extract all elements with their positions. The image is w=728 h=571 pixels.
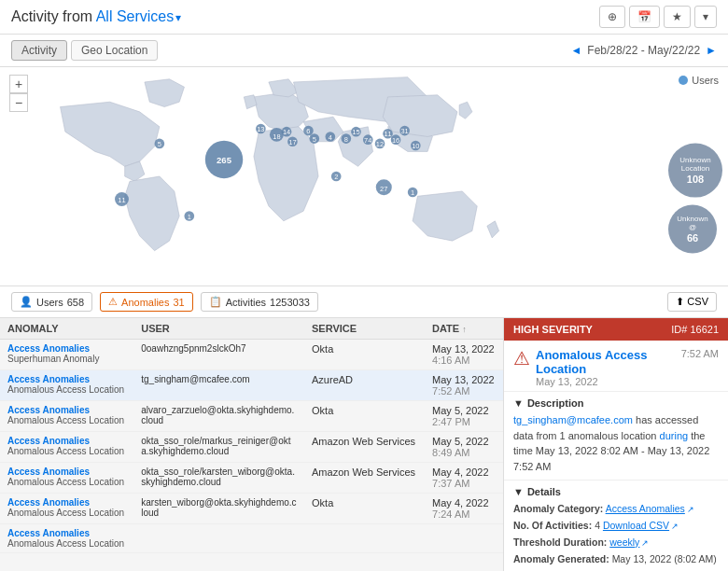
activities-label: Activities: [226, 297, 266, 308]
filter-button[interactable]: ⊕: [599, 6, 625, 28]
details-section-title: ▼ Details: [513, 486, 719, 497]
unknown-location-1: UnknownLocation 108: [668, 144, 722, 198]
col-user: USER: [133, 318, 304, 340]
calendar-button[interactable]: 📅: [629, 6, 660, 28]
date-next[interactable]: ►: [706, 44, 717, 57]
detail-date: May 13, 2022: [536, 376, 676, 387]
table-row[interactable]: Access Anomalies Anomalous Access Locati…: [0, 370, 503, 401]
date-cell: May 5, 20222:47 PM: [425, 401, 503, 432]
anomaly-sub: Anomalous Access Location: [7, 477, 126, 487]
collapse-arrow-2[interactable]: ▼: [513, 486, 524, 497]
anomaly-sub: Anomalous Access Location: [7, 415, 126, 425]
detail-row-item: No. Of Activities: 4 Download CSV↗: [513, 518, 719, 535]
col-date[interactable]: DATE ↑: [425, 318, 503, 340]
user-cell: [133, 524, 304, 553]
tabs: Activity Geo Location: [11, 40, 158, 61]
anomalies-value: 31: [173, 297, 184, 308]
anomaly-table: ANOMALY USER SERVICE DATE ↑ Access Anoma…: [0, 318, 503, 553]
anomaly-type: Access Anomalies: [7, 528, 126, 538]
desc-during: during: [660, 430, 689, 441]
table-row[interactable]: Access Anomalies Anomalous Access Locati…: [0, 494, 503, 524]
sort-icon: ↑: [462, 325, 467, 334]
users-icon: 👤: [20, 296, 33, 308]
date-nav: ◄ Feb/28/22 - May/22/22 ►: [570, 44, 717, 57]
detail-details-section: ▼ Details Anomaly Category: Access Anoma…: [504, 480, 728, 571]
anomalies-label: Anomalies: [121, 297, 169, 308]
date-prev[interactable]: ◄: [570, 44, 581, 57]
description-text: tg_singham@mcafee.com has accessed data …: [513, 412, 719, 474]
table-row[interactable]: Access Anomalies Anomalous Access Locati…: [0, 432, 503, 463]
svg-text:5: 5: [313, 135, 316, 144]
anomaly-type: Access Anomalies: [7, 374, 126, 384]
table-row[interactable]: Access Anomalies Superhuman Anomaly 0oaw…: [0, 340, 503, 370]
date-cell: [425, 524, 503, 553]
detail-row-item: Anomaly Generated: May 13, 2022 (8:02 AM…: [513, 551, 719, 568]
anomaly-sub: Anomalous Access Location: [7, 538, 126, 549]
tab-activity[interactable]: Activity: [11, 40, 67, 61]
star-button[interactable]: ★: [664, 6, 691, 28]
date-range-label: Feb/28/22 - May/22/22: [587, 44, 700, 57]
tab-geo-location[interactable]: Geo Location: [71, 40, 158, 61]
csv-button[interactable]: ⬆ CSV: [667, 292, 717, 312]
alert-icon: ⚠: [513, 349, 530, 368]
anomaly-cell: Access Anomalies Anomalous Access Locati…: [0, 524, 133, 553]
table-row[interactable]: Access Anomalies Anomalous Access Locati…: [0, 401, 503, 432]
svg-text:2: 2: [334, 173, 338, 181]
unknown-bubbles: UnknownLocation 108 Unknown@ 66: [668, 144, 722, 254]
svg-text:27: 27: [380, 185, 387, 193]
service-cell: Okta: [304, 401, 425, 432]
service-cell: AzureAD: [304, 370, 425, 401]
svg-text:18: 18: [273, 132, 280, 141]
svg-text:1: 1: [188, 213, 191, 221]
service-cell: [304, 524, 425, 553]
anomaly-cell: Access Anomalies Superhuman Anomaly: [0, 340, 133, 370]
collapse-arrow[interactable]: ▼: [513, 397, 524, 409]
svg-text:6: 6: [306, 127, 310, 135]
user-cell: tg_singham@mcafee.com: [133, 370, 304, 401]
anomalies-icon: ⚠: [108, 296, 118, 308]
svg-text:16: 16: [392, 136, 399, 145]
more-button[interactable]: ▾: [694, 6, 717, 28]
severity-label: HIGH SEVERITY: [513, 324, 593, 335]
header: Activity from All Services▾ ⊕ 📅 ★ ▾: [0, 0, 728, 35]
date-cell: May 5, 20228:49 AM: [425, 432, 503, 463]
anomaly-sub: Superhuman Anomaly: [7, 354, 126, 364]
table-row[interactable]: Access Anomalies Anomalous Access Locati…: [0, 524, 503, 553]
anomaly-type: Access Anomalies: [7, 436, 126, 446]
users-stat[interactable]: 👤 Users 658: [11, 292, 92, 312]
table-row[interactable]: Access Anomalies Anomalous Access Locati…: [0, 463, 503, 494]
detail-row-item: Threshold Duration: weekly↗: [513, 535, 719, 551]
title-highlight: All Services: [96, 8, 175, 24]
svg-text:15: 15: [352, 128, 359, 136]
anomalies-stat[interactable]: ⚠ Anomalies 31: [100, 292, 193, 312]
users-value: 658: [67, 297, 84, 308]
zoom-out-button[interactable]: −: [9, 93, 28, 112]
stats-bar: 👤 Users 658 ⚠ Anomalies 31 📋 Activities …: [0, 286, 728, 318]
legend-dot: [679, 76, 688, 85]
detail-rows: Anomaly Category: Access Anomalies↗No. O…: [513, 501, 719, 571]
users-label: Users: [36, 297, 63, 308]
user-cell: okta_sso_role/karsten_wiborg@okta.skyhig…: [133, 463, 304, 494]
svg-text:13: 13: [257, 125, 264, 133]
service-cell: Amazon Web Services: [304, 432, 425, 463]
detail-time: 7:52 AM: [681, 348, 719, 359]
user-cell: karsten_wiborg@okta.skyhighdemo.cloud: [133, 494, 304, 524]
anomaly-sub: Anomalous Access Location: [7, 384, 126, 395]
title-chevron[interactable]: ▾: [175, 11, 181, 24]
user-cell: 0oawhzng5pnm2slckOh7: [133, 340, 304, 370]
activities-stat[interactable]: 📋 Activities 1253033: [201, 292, 318, 312]
detail-header: HIGH SEVERITY ID# 16621: [504, 318, 728, 341]
tab-row: Activity Geo Location ◄ Feb/28/22 - May/…: [0, 35, 728, 67]
desc-user: tg_singham@mcafee.com: [513, 414, 633, 425]
unknown-location-2: Unknown@ 66: [668, 205, 717, 254]
col-anomaly: ANOMALY: [0, 318, 133, 340]
svg-text:17: 17: [288, 138, 296, 146]
map-legend: Users: [679, 75, 719, 86]
detail-row-item: No. Of Locations: 1 Download CSV↗: [513, 567, 719, 571]
svg-text:5: 5: [158, 140, 161, 148]
date-cell: May 4, 20227:37 AM: [425, 463, 503, 494]
service-cell: Okta: [304, 494, 425, 524]
detail-id: ID# 16621: [671, 324, 719, 335]
zoom-in-button[interactable]: +: [9, 75, 28, 93]
svg-text:1: 1: [411, 188, 414, 197]
